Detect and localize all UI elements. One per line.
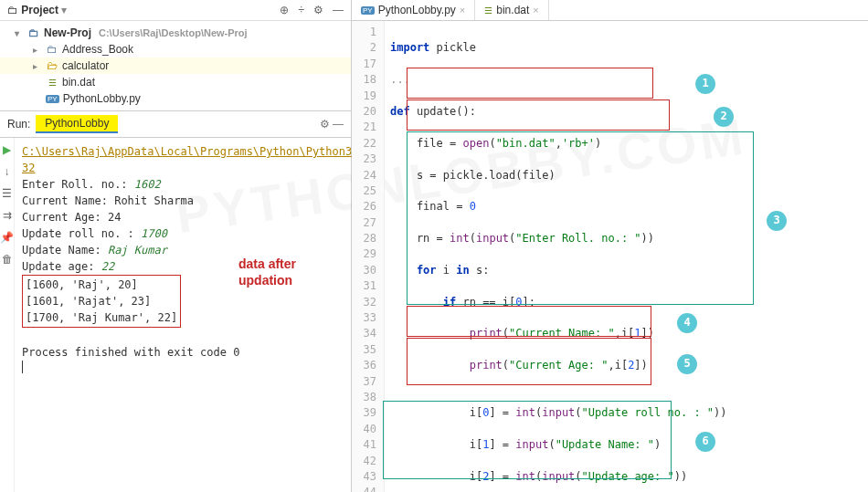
- tab-label: PythonLobby.py: [378, 4, 456, 16]
- run-label: Run:: [7, 118, 30, 131]
- console-text: Enter Roll. no.:: [22, 178, 134, 191]
- run-icon[interactable]: ▶: [3, 143, 11, 156]
- editor-tab[interactable]: PY PythonLobby.py ×: [352, 0, 475, 20]
- tree-item[interactable]: ☰ bin.dat: [0, 74, 351, 90]
- console-text: Rohit Sharma: [114, 194, 194, 207]
- tree-root-name: New-Proj: [44, 26, 91, 39]
- run-panel-header: Run: PythonLobby ⚙ —: [0, 110, 351, 138]
- console-input: 1700: [141, 227, 167, 240]
- dropdown-icon[interactable]: ▾: [61, 4, 67, 16]
- console-input: 22: [101, 260, 114, 273]
- tab-label: bin.dat: [496, 4, 529, 16]
- folder-icon: 🗀: [27, 26, 40, 39]
- project-tree: ▾ 🗀 New-Proj C:\Users\Raj\Desktop\New-Pr…: [0, 21, 351, 110]
- badge-6: 6: [695, 432, 715, 452]
- badge-1: 1: [695, 74, 715, 94]
- layers-icon[interactable]: ⇉: [3, 209, 12, 222]
- console-text: Update age:: [22, 260, 101, 273]
- console-text: Update roll no. :: [22, 227, 141, 240]
- folder-icon: 🗀: [7, 4, 18, 16]
- console-text: [1600, 'Raj', 20]: [26, 277, 177, 293]
- gear-icon[interactable]: ⚙ —: [320, 118, 344, 131]
- tree-item-label: bin.dat: [62, 76, 95, 89]
- folder-icon: 🗀: [46, 43, 58, 56]
- pin-icon[interactable]: 📌: [0, 231, 14, 244]
- folder-open-icon: 🗁: [46, 59, 58, 72]
- annotation: updation: [238, 271, 292, 290]
- run-toolbar: ▶ ↓ ☰ ⇉ 📌 🗑: [0, 138, 15, 492]
- console-text: 24: [108, 211, 121, 224]
- console-exit: Process finished with exit code 0: [22, 344, 365, 361]
- down-icon[interactable]: ↓: [5, 165, 10, 178]
- expand-icon[interactable]: ▸: [33, 61, 42, 71]
- close-icon[interactable]: ×: [533, 5, 538, 16]
- expand-icon[interactable]: ▸: [33, 45, 42, 55]
- console-input: 1602: [134, 178, 161, 191]
- badge-4: 4: [677, 313, 697, 333]
- console-path: C:\Users\Raj\AppData\Local\Programs\Pyth…: [22, 145, 365, 174]
- project-title: Project: [21, 4, 58, 16]
- badge-5: 5: [677, 354, 697, 374]
- tree-item-label: PythonLobby.py: [63, 92, 141, 105]
- target-icon[interactable]: ⊕: [280, 4, 289, 16]
- python-file-icon: PY: [46, 95, 59, 103]
- code-area[interactable]: import pickle ... def update(): file = o…: [385, 21, 868, 492]
- editor-tab[interactable]: ☰ bin.dat ×: [475, 0, 548, 20]
- trash-icon[interactable]: 🗑: [2, 253, 13, 266]
- divide-icon[interactable]: ÷: [298, 4, 304, 16]
- tree-root[interactable]: ▾ 🗀 New-Proj C:\Users\Raj\Desktop\New-Pr…: [0, 25, 351, 41]
- expand-icon[interactable]: ▾: [15, 28, 24, 38]
- python-file-icon: PY: [361, 6, 375, 15]
- file-icon: ☰: [484, 5, 492, 16]
- console-text: Current Age:: [22, 211, 108, 224]
- run-tab[interactable]: PythonLobby: [36, 115, 118, 133]
- output-box: [1600, 'Raj', 20] [1601, 'Rajat', 23] [1…: [22, 275, 181, 328]
- tree-item-label: calculator: [62, 59, 109, 72]
- badge-3: 3: [767, 211, 787, 231]
- gear-icon[interactable]: ⚙: [313, 4, 323, 16]
- project-panel-header: 🗀 Project ▾ ⊕ ÷ ⚙ —: [0, 0, 351, 21]
- badge-2: 2: [714, 107, 734, 127]
- editor-tabs: PY PythonLobby.py × ☰ bin.dat ×: [352, 0, 868, 21]
- collapse-icon[interactable]: —: [333, 4, 344, 16]
- console-output[interactable]: C:\Users\Raj\AppData\Local\Programs\Pyth…: [15, 138, 373, 492]
- menu-icon[interactable]: ☰: [2, 187, 12, 200]
- file-icon: ☰: [46, 78, 58, 88]
- tree-item[interactable]: ▸ 🗀 Address_Book: [0, 41, 351, 58]
- tree-root-path: C:\Users\Raj\Desktop\New-Proj: [99, 27, 248, 38]
- tree-item[interactable]: ▸ 🗁 calculator: [0, 58, 351, 74]
- tree-item[interactable]: PY PythonLobby.py: [0, 90, 351, 107]
- line-gutter: 1217181920212223242526272829303132333435…: [352, 21, 385, 492]
- code-box-3: [407, 131, 754, 305]
- code-editor[interactable]: 1217181920212223242526272829303132333435…: [352, 21, 868, 492]
- console-text: [1601, 'Rajat', 23]: [26, 293, 177, 309]
- console-text: [1700, 'Raj Kumar', 22]: [26, 309, 177, 326]
- tree-item-label: Address_Book: [62, 43, 133, 56]
- console-input: Raj Kumar: [108, 244, 167, 256]
- close-icon[interactable]: ×: [460, 5, 465, 16]
- console-text: Update Name:: [22, 244, 108, 256]
- console-text: Current Name:: [22, 194, 114, 207]
